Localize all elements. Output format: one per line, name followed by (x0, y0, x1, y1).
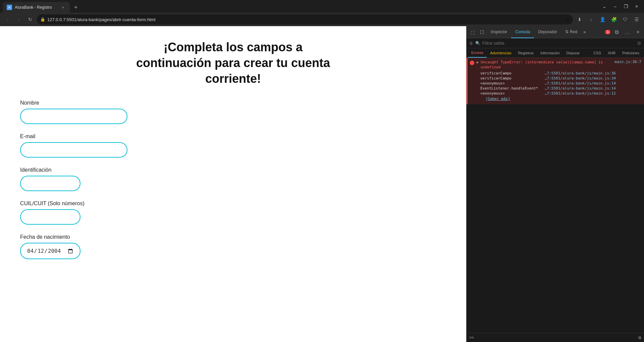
form-group-nombre: Nombre (20, 100, 127, 124)
form-group-email: E-mail (20, 133, 127, 158)
browser-tab-alurabank[interactable]: A AluraBank - Registro × (3, 2, 70, 13)
devtools-options-icon[interactable]: … (623, 27, 632, 37)
shield-icon: 🔒 (40, 17, 45, 22)
stack-location[interactable]: …7:5501/alura-bank/js/main.js:14 (545, 81, 616, 86)
stack-line: <anonymous> …7:5501/alura-bank/js/main.j… (478, 81, 641, 86)
input-fecha[interactable] (20, 243, 80, 259)
stack-func: verificarCampo (478, 71, 545, 75)
window-maximize-button[interactable]: ❐ (621, 2, 631, 11)
nav-actions: ⬇ ↓ 👤 🧩 🛡 ☰ (575, 15, 641, 24)
console-tab-logs[interactable]: Registros (515, 48, 537, 58)
input-cuil[interactable] (20, 209, 80, 225)
page-heading: ¡Completa los campos a continuación para… (132, 40, 334, 87)
console-extra-tabs: CSS XHR Peticiones (590, 48, 643, 58)
input-identificacion[interactable] (20, 176, 80, 191)
label-identificacion: Identificación (20, 167, 127, 173)
console-tab-xhr[interactable]: XHR (604, 48, 619, 58)
stack-line: verificarCampo …7:5501/alura-bank/js/mai… (478, 71, 641, 76)
window-minimize-button[interactable]: – (610, 2, 620, 11)
console-input[interactable] (476, 335, 636, 340)
console-stack-trace: verificarCampo …7:5501/alura-bank/js/mai… (470, 70, 641, 102)
form-group-cuil: CUIL/CUIT (Solo números) (20, 201, 127, 225)
console-tab-debug[interactable]: Depurar (563, 48, 583, 58)
tab-bar: A AluraBank - Registro × + ⌄ – ❐ × (0, 0, 644, 13)
devtools-close-button[interactable]: × (633, 27, 643, 37)
tab-close-button[interactable]: × (60, 5, 66, 10)
devtools-inspect-icon[interactable]: ⬚ (468, 27, 477, 37)
label-cuil: CUIL/CUIT (Solo números) (20, 201, 127, 207)
devtools-toolbar: ⬚ ☐ Inspector Consola Depurador ⇅ Red » … (467, 26, 644, 38)
address-text: 127.0.0.7:5501/alura-bank/pages/abrir-cu… (47, 17, 563, 22)
stack-location[interactable]: …7:5501/alura-bank/js/main.js:34 (545, 76, 616, 80)
tab-favicon: A (7, 5, 12, 10)
devtools-responsive-icon[interactable]: ☐ (477, 27, 487, 37)
console-error-header: ⬤ ▶ Uncaught TypeError: (intermediate va… (470, 60, 641, 70)
console-output: ⬤ ▶ Uncaught TypeError: (intermediate va… (467, 58, 644, 333)
input-nombre[interactable] (20, 109, 127, 124)
account-icon[interactable]: 👤 (598, 15, 607, 24)
console-tab-peticiones[interactable]: Peticiones (619, 48, 643, 58)
trash-icon[interactable]: 🗑 (469, 41, 473, 46)
error-expand-icon[interactable]: ▶ (477, 60, 479, 64)
devtools-tab-network[interactable]: ⇅ Red (561, 26, 581, 38)
menu-icon[interactable]: ☰ (632, 15, 641, 24)
stack-line: verificarCampo …7:5501/alura-bank/js/mai… (478, 76, 641, 81)
saber-mas-link[interactable]: [Saber más] (478, 96, 641, 102)
webpage-content: ¡Completa los campos a continuación para… (0, 26, 466, 342)
label-fecha: Fecha de nacimiento (20, 234, 127, 240)
stack-line: <anonymous> …7:5501/alura-bank/js/main.j… (478, 91, 641, 96)
window-close-button[interactable]: × (632, 2, 641, 11)
forward-button[interactable]: › (14, 15, 23, 24)
console-split-icon[interactable]: ⧉ (638, 335, 641, 340)
bookmark-icon[interactable]: ☆ (565, 16, 570, 23)
extensions-icon[interactable]: 🧩 (609, 15, 619, 24)
address-bar[interactable]: 🔒 127.0.0.7:5501/alura-bank/pages/abrir-… (37, 14, 573, 24)
stack-func: verificarCampo (478, 76, 545, 80)
shield-icon[interactable]: 🛡 (621, 15, 630, 24)
stack-func: <anonymous> (478, 91, 545, 96)
filter-icon: 🔍 (475, 41, 480, 46)
devtools-tab-network-label: Red (570, 30, 577, 34)
download-icon[interactable]: ↓ (586, 15, 596, 24)
back-button[interactable]: ‹ (3, 15, 12, 24)
devtools-tab-inspector[interactable]: Inspector (487, 26, 511, 38)
devtools-more-actions: 1 ⧉ … × (605, 27, 643, 37)
error-badge: 1 (605, 30, 610, 34)
console-prompt-icon: >> (469, 335, 474, 340)
network-arrows-icon: ⇅ (565, 30, 569, 34)
new-tab-button[interactable]: + (71, 3, 80, 12)
console-tab-warnings[interactable]: Advertencias (487, 48, 515, 58)
window-controls: ⌄ – ❐ × (600, 2, 641, 13)
stack-location[interactable]: …7:5501/alura-bank/js/main.js:12 (545, 91, 616, 96)
label-email: E-mail (20, 133, 127, 139)
stack-location[interactable]: …7:5501/alura-bank/js/main.js:14 (545, 86, 616, 91)
devtools-tab-console[interactable]: Consola (511, 26, 534, 38)
error-message: Uncaught TypeError: (intermediate value)… (481, 60, 610, 70)
console-tab-info[interactable]: Información (537, 48, 563, 58)
form-group-fecha: Fecha de nacimiento (20, 234, 127, 259)
label-nombre: Nombre (20, 100, 127, 106)
window-dropdown-icon[interactable]: ⌄ (600, 2, 609, 11)
console-tab-css[interactable]: CSS (590, 48, 604, 58)
console-filter-input[interactable] (482, 41, 635, 46)
tab-title: AluraBank - Registro (15, 5, 58, 10)
error-source-link[interactable]: main.js:36:7 (615, 60, 641, 64)
reload-button[interactable]: ↻ (25, 15, 35, 24)
devtools-split-icon[interactable]: ⧉ (612, 27, 621, 37)
devtools-more-tabs[interactable]: » (581, 26, 588, 38)
error-icon: ⬤ (470, 60, 475, 65)
stack-location[interactable]: …7:5501/alura-bank/js/main.js:36 (545, 71, 616, 75)
console-tab-errors[interactable]: Errores (468, 48, 487, 58)
settings-icon[interactable]: ⚙ (637, 41, 641, 46)
input-email[interactable] (20, 142, 127, 158)
console-filter-tabs: Errores Advertencias Registros Informaci… (467, 48, 644, 58)
devtools-filter-bar: 🗑 🔍 ⚙ (467, 38, 644, 48)
main-area: ¡Completa los campos a continuación para… (0, 26, 644, 342)
console-prompt: >> ⧉ (467, 333, 644, 342)
form-group-identificacion: Identificación (20, 167, 127, 191)
stack-func: EventListener.handleEvent* (478, 86, 545, 91)
devtools-tab-debugger[interactable]: Depurador (534, 26, 561, 38)
stack-line: EventListener.handleEvent* …7:5501/alura… (478, 86, 641, 91)
pocket-icon[interactable]: ⬇ (575, 15, 584, 24)
devtools-panel: ⬚ ☐ Inspector Consola Depurador ⇅ Red » … (466, 26, 644, 342)
